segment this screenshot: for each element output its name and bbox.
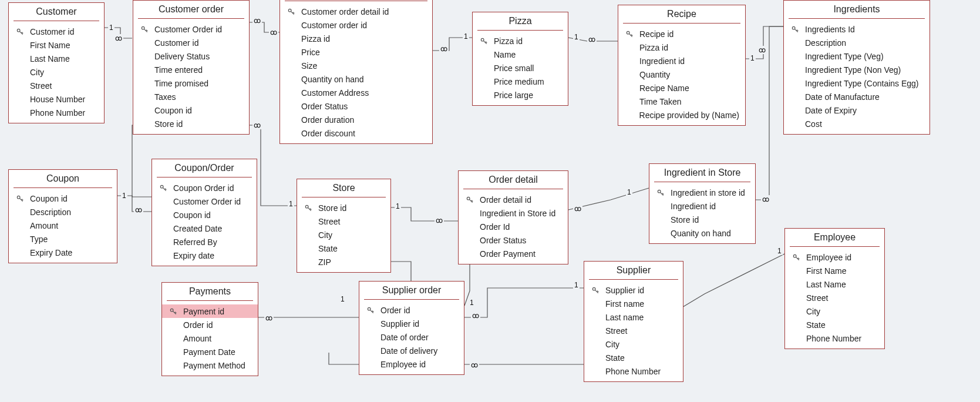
field-row[interactable]: Order Id [459, 220, 568, 233]
entity-employee[interactable]: EmployeeEmployee idFirst NameLast NameSt… [784, 228, 885, 349]
field-row[interactable]: Street [9, 79, 104, 92]
field-row[interactable]: Store id [133, 117, 249, 130]
field-row[interactable]: Price [280, 45, 432, 59]
entity-customer[interactable]: CustomerCustomer idFirst NameLast NameCi… [8, 2, 105, 123]
field-row[interactable]: Phone Number [785, 331, 884, 345]
field-row[interactable]: Price small [473, 61, 568, 75]
field-row[interactable]: Order discount [280, 126, 432, 140]
field-row[interactable]: Size [280, 59, 432, 72]
field-row[interactable]: Name [473, 48, 568, 61]
field-row[interactable]: City [9, 65, 104, 79]
entity-customer-order-detail[interactable]: Customer order detailCustomer order deta… [279, 0, 433, 144]
field-row[interactable]: Quanity on hand [649, 226, 755, 240]
field-row[interactable]: Order id [359, 303, 464, 317]
field-row[interactable]: Customer Order id [152, 195, 257, 208]
field-row[interactable]: Last Name [785, 277, 884, 291]
field-row[interactable]: Recipe provided by (Name) [618, 108, 745, 122]
entity-customer-order[interactable]: Customer orderCustomer Order idCustomer … [133, 0, 250, 135]
field-row[interactable]: Price large [473, 88, 568, 102]
field-row[interactable]: Store id [297, 201, 390, 215]
field-row[interactable]: Payment id [162, 304, 258, 318]
field-row[interactable]: Pizza id [473, 34, 568, 48]
field-row[interactable]: Taxes [133, 90, 249, 103]
entity-coupon-order[interactable]: Coupon/OrderCoupon Order idCustomer Orde… [151, 159, 257, 266]
field-row[interactable]: Ingredient in Store id [459, 206, 568, 220]
entity-ingredient-in-store[interactable]: Ingredient in StoreIngredient in store i… [649, 163, 756, 244]
field-row[interactable]: Amount [162, 331, 258, 345]
field-row[interactable]: State [297, 242, 390, 255]
field-row[interactable]: Order detail id [459, 193, 568, 206]
field-row[interactable]: City [785, 304, 884, 318]
entity-supplier-order[interactable]: Supplier orderOrder idSupplier idDate of… [359, 281, 464, 375]
field-row[interactable]: Cost [784, 117, 930, 130]
field-row[interactable]: Recipe id [618, 27, 745, 41]
field-row[interactable]: First Name [785, 264, 884, 277]
field-row[interactable]: Ingredient in store id [649, 186, 755, 199]
field-row[interactable]: Last name [584, 310, 683, 324]
field-row[interactable]: Description [784, 36, 930, 49]
field-row[interactable]: Customer order id [280, 18, 432, 32]
field-row[interactable]: Store id [649, 213, 755, 226]
field-row[interactable]: Payment Date [162, 345, 258, 359]
field-row[interactable]: Supplier id [359, 317, 464, 330]
field-row[interactable]: Recipe Name [618, 81, 745, 95]
field-row[interactable]: Last Name [9, 52, 104, 65]
field-row[interactable]: Supplier id [584, 283, 683, 297]
field-row[interactable]: Pizza id [280, 32, 432, 45]
field-row[interactable]: Coupon id [152, 208, 257, 222]
field-row[interactable]: Street [785, 291, 884, 304]
field-row[interactable]: Time Taken [618, 95, 745, 108]
field-row[interactable]: State [785, 318, 884, 331]
field-row[interactable]: Type [9, 232, 117, 246]
field-row[interactable]: Customer Address [280, 86, 432, 99]
field-row[interactable]: Employee id [359, 357, 464, 371]
field-row[interactable]: First name [584, 297, 683, 310]
field-row[interactable]: Order Payment [459, 247, 568, 260]
field-row[interactable]: State [584, 351, 683, 364]
field-row[interactable]: Created Date [152, 222, 257, 235]
field-row[interactable]: Time promised [133, 76, 249, 90]
field-row[interactable]: Expiry Date [9, 246, 117, 259]
field-row[interactable]: City [297, 228, 390, 242]
field-row[interactable]: Customer id [9, 25, 104, 38]
field-row[interactable]: Street [584, 324, 683, 337]
field-row[interactable]: Ingredient Type (Veg) [784, 49, 930, 63]
field-row[interactable]: Order id [162, 318, 258, 331]
field-row[interactable]: House Number [9, 92, 104, 106]
field-row[interactable]: Description [9, 205, 117, 219]
field-row[interactable]: Pizza id [618, 41, 745, 54]
entity-order-detail[interactable]: Order detailOrder detail idIngredient in… [458, 170, 568, 264]
field-row[interactable]: Order duration [280, 113, 432, 126]
field-row[interactable]: Amount [9, 219, 117, 232]
field-row[interactable]: Quantity on hand [280, 72, 432, 86]
field-row[interactable]: Order Status [459, 233, 568, 247]
field-row[interactable]: ZIP [297, 255, 390, 269]
field-row[interactable]: First Name [9, 38, 104, 52]
field-row[interactable]: Phone Number [584, 364, 683, 378]
entity-store[interactable]: StoreStore idStreetCityStateZIP [297, 179, 391, 273]
field-row[interactable]: Phone Number [9, 106, 104, 119]
field-row[interactable]: Time entered [133, 63, 249, 76]
field-row[interactable]: Ingredient Type (Non Veg) [784, 63, 930, 76]
field-row[interactable]: Ingredients Id [784, 22, 930, 36]
entity-payments[interactable]: PaymentsPayment idOrder idAmountPayment … [161, 282, 258, 376]
field-row[interactable]: Payment Method [162, 359, 258, 372]
field-row[interactable]: Referred By [152, 235, 257, 249]
field-row[interactable]: Customer order detail id [280, 5, 432, 18]
field-row[interactable]: Quantity [618, 68, 745, 81]
field-row[interactable]: Date of Manufacture [784, 90, 930, 103]
field-row[interactable]: Delivery Status [133, 49, 249, 63]
field-row[interactable]: Coupon id [9, 192, 117, 205]
field-row[interactable]: Ingredient id [618, 54, 745, 68]
field-row[interactable]: Coupon Order id [152, 181, 257, 195]
field-row[interactable]: Customer id [133, 36, 249, 49]
field-row[interactable]: Order Status [280, 99, 432, 113]
field-row[interactable]: Price medium [473, 75, 568, 88]
field-row[interactable]: Coupon id [133, 103, 249, 117]
entity-coupon[interactable]: CouponCoupon idDescriptionAmountTypeExpi… [8, 169, 117, 263]
field-row[interactable]: Ingredient id [649, 199, 755, 213]
field-row[interactable]: Date of delivery [359, 344, 464, 357]
field-row[interactable]: Street [297, 215, 390, 228]
field-row[interactable]: City [584, 337, 683, 351]
entity-recipe[interactable]: RecipeRecipe idPizza idIngredient idQuan… [618, 5, 746, 126]
